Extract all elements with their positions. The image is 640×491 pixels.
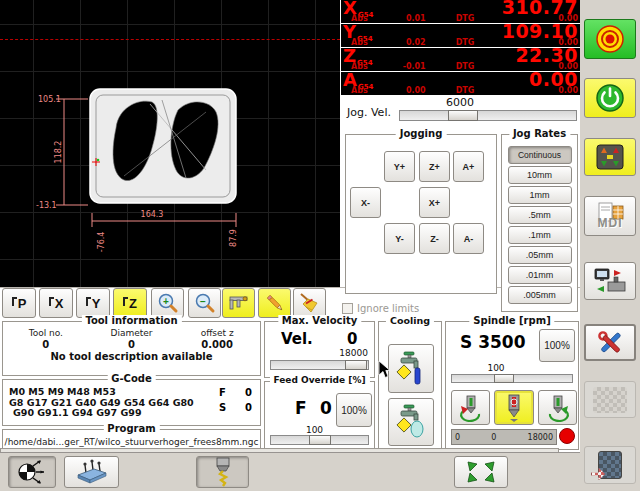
flood-coolant-button[interactable]: [388, 344, 434, 393]
power-icon: [593, 83, 627, 113]
max-velocity-scale-value: 18000: [339, 348, 368, 358]
jog-vel-slider-handle[interactable]: [448, 110, 478, 121]
max-velocity-slider[interactable]: [270, 360, 369, 370]
jog-vel-slider[interactable]: [399, 110, 577, 121]
draw-tool-button[interactable]: [258, 288, 291, 318]
dim-label-bottom: -13.1: [36, 201, 57, 210]
jog-vel-value: 6000: [420, 96, 500, 109]
speed-code-value: 0: [245, 402, 252, 413]
jog-a-plus-button[interactable]: A+: [453, 151, 484, 182]
jog-rate-10mm-button[interactable]: 10mm: [508, 166, 572, 184]
zoom-out-button[interactable]: −: [188, 288, 221, 318]
dro-row-a[interactable]: AG54 0.00 Abs0.00 DTG0.00: [341, 72, 580, 95]
program-title: Program: [103, 423, 159, 434]
tool-no-label: Tool no.: [3, 328, 89, 338]
jog-rate-0005mm-button[interactable]: .005mm: [508, 286, 572, 304]
feed-override-title: Feed Override [%]: [269, 375, 369, 385]
feed-override-scale-value: 100: [265, 425, 364, 435]
user-lock-button-disabled: [584, 381, 636, 418]
spindle-tool-icon: [210, 457, 236, 487]
spindle-stop-icon: [499, 393, 529, 423]
view-x-button[interactable]: X: [39, 288, 73, 318]
jog-z-minus-button[interactable]: Z-: [419, 223, 450, 254]
feed-override-slider-handle[interactable]: [309, 435, 331, 445]
zoom-in-button[interactable]: +: [151, 288, 184, 318]
cooling-frame: Cooling: [378, 321, 442, 450]
estop-button[interactable]: [584, 19, 636, 59]
max-velocity-slider-handle[interactable]: [345, 360, 367, 370]
gremlin-preview-area[interactable]: 105.1 118.2 -13.1 164.3 -76.4 87.9: [0, 0, 340, 287]
settings-button[interactable]: [584, 324, 636, 361]
jog-x-plus-button[interactable]: X+: [419, 187, 450, 218]
view-perspective-button[interactable]: P: [2, 288, 36, 318]
touch-plate-button[interactable]: [64, 456, 119, 488]
emergency-stop-icon: [592, 24, 628, 54]
view-z-button[interactable]: Z: [113, 288, 147, 318]
spindle-cw-button[interactable]: [538, 390, 577, 425]
machine-on-button[interactable]: [584, 78, 636, 118]
touch-plate-icon: [75, 458, 109, 486]
zero-origin-icon: [17, 459, 47, 485]
gcode-frame: G-Code M0 M5 M9 M48 M53 G8 G17 G21 G40 G…: [2, 379, 261, 426]
dro-panel: XG54 310.77 Abs0.01 DTG0.00 YG54 109.10 …: [341, 0, 580, 95]
mdi-mode-button[interactable]: MDI: [584, 196, 636, 236]
broom-icon: [298, 291, 322, 315]
spindle-stop-button[interactable]: [494, 390, 534, 425]
feed-override-slider[interactable]: [270, 435, 369, 445]
active-g-codes-2: G90 G91.1 G94 G97 G99: [13, 407, 142, 418]
spindle-override-slider-handle[interactable]: [494, 374, 514, 383]
program-frame: Program /home/dabi...ger_RT/wilco_stuurv…: [2, 429, 261, 450]
jog-rate-001mm-button[interactable]: .01mm: [508, 266, 572, 284]
backplot-drawing: 105.1 118.2 -13.1 164.3 -76.4 87.9: [0, 0, 340, 287]
spindle-override-slider[interactable]: [451, 374, 573, 383]
jogging-title: Jogging: [396, 128, 447, 139]
view-bracket-icon: [86, 297, 91, 306]
manual-mode-button[interactable]: [584, 138, 636, 176]
view-y-button[interactable]: Y: [76, 288, 110, 318]
expand-arrows-icon: [464, 459, 498, 485]
zoom-out-icon: −: [194, 292, 216, 314]
velocity-label: Vel.: [281, 330, 313, 348]
ignore-limits-label: Ignore limits: [357, 303, 419, 314]
dim-label-left: -76.4: [97, 232, 106, 253]
ignore-limits-checkbox[interactable]: [342, 303, 353, 314]
jog-z-plus-button[interactable]: Z+: [419, 151, 450, 182]
jog-x-minus-button[interactable]: X-: [350, 187, 381, 218]
exit-arrow-icon: [591, 468, 605, 480]
fullscreen-button[interactable]: [454, 456, 508, 488]
velocity-value: 0: [347, 330, 357, 348]
jog-y-minus-button[interactable]: Y-: [384, 223, 415, 254]
zoom-in-icon: +: [157, 292, 179, 314]
spindle-override-reset-button[interactable]: 100%: [539, 329, 575, 362]
jog-a-minus-button[interactable]: A-: [453, 223, 484, 254]
flood-coolant-icon: [396, 351, 426, 387]
spindle-cw-icon: [543, 393, 573, 423]
auto-run-icon: [592, 267, 628, 295]
tools-settings-icon: [595, 329, 625, 357]
jog-rates-title: Jog Rates: [509, 128, 570, 139]
spindle-bar-max: 18000: [528, 433, 553, 442]
caliper-icon: [228, 292, 250, 314]
jog-vel-label: Jog. Vel.: [347, 106, 391, 119]
mist-coolant-button[interactable]: [388, 398, 434, 446]
diameter-value: 0: [89, 339, 175, 350]
touch-off-button[interactable]: [8, 456, 56, 488]
jog-rate-01mm-button[interactable]: .1mm: [508, 226, 572, 244]
auto-mode-button[interactable]: [584, 262, 636, 300]
clear-plot-button[interactable]: [293, 288, 326, 318]
spindle-frame: Spindle [rpm] S 3500 100% 100: [445, 321, 579, 450]
jog-rate-1mm-button[interactable]: 1mm: [508, 186, 572, 204]
spindle-ccw-button[interactable]: [451, 390, 490, 425]
show-dimensions-button[interactable]: [222, 288, 255, 318]
feed-override-reset-button[interactable]: 100%: [336, 393, 372, 427]
jog-rate-05mm-button[interactable]: .5mm: [508, 206, 572, 224]
dim-label-right: 87.9: [229, 229, 238, 247]
jog-rate-continuous-button[interactable]: Continuous: [508, 146, 572, 164]
jog-y-plus-button[interactable]: Y+: [384, 151, 415, 182]
tool-info-frame: Tool information Tool no. Diameter offse…: [2, 321, 261, 376]
jog-rate-005mm-button[interactable]: .05mm: [508, 246, 572, 264]
tool-measure-button[interactable]: [196, 456, 249, 488]
tool-info-title: Tool information: [81, 315, 181, 326]
tool-no-value: 0: [3, 339, 89, 350]
offset-z-label: offset z: [174, 328, 260, 338]
